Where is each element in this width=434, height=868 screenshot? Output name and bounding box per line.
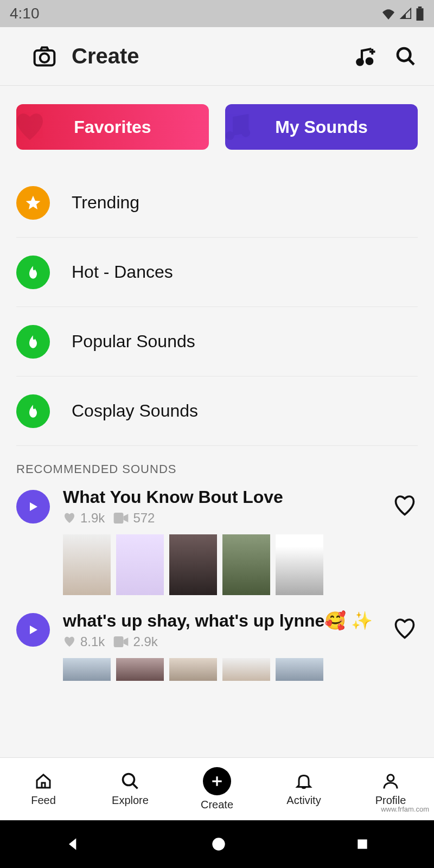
likes-count: 1.9k [80, 510, 105, 526]
svg-point-5 [367, 58, 373, 64]
tab-mysounds[interactable]: My Sounds [225, 104, 418, 150]
video-icon [113, 636, 129, 647]
svg-rect-9 [114, 513, 124, 524]
video-thumbnail[interactable] [169, 658, 217, 681]
nav-create[interactable]: Create [174, 758, 260, 820]
sound-stats: 1.9k 572 [63, 510, 379, 526]
category-popular-sounds[interactable]: Popular Sounds [16, 307, 418, 376]
nav-label: Explore [112, 794, 149, 807]
back-icon[interactable] [65, 835, 82, 853]
signal-icon [399, 8, 412, 20]
video-thumbnail[interactable] [222, 658, 270, 681]
category-cosplay-sounds[interactable]: Cosplay Sounds [16, 376, 418, 446]
home-icon [34, 771, 53, 791]
sound-stats: 8.1k 2.9k [63, 634, 379, 649]
recents-icon[interactable] [355, 837, 369, 851]
svg-rect-0 [417, 8, 424, 21]
nav-label: Create [201, 799, 233, 811]
search-icon[interactable] [394, 44, 418, 68]
tabs-row: Favorites My Sounds [0, 86, 434, 168]
watermark: www.frfam.com [379, 805, 431, 814]
plus-icon [203, 767, 231, 795]
bell-icon [294, 771, 314, 791]
svg-point-6 [398, 48, 410, 61]
wifi-icon [381, 8, 396, 20]
play-button[interactable] [16, 490, 50, 524]
sound-card: What You Know Bout Love 1.9k 572 [0, 487, 434, 610]
nav-label: Activity [286, 794, 321, 807]
nav-label: Feed [31, 794, 56, 807]
heart-icon [63, 635, 76, 648]
sound-card: what's up shay, what's up lynne🥰 ✨ 8.1k … [0, 610, 434, 696]
home-circle-icon[interactable] [211, 837, 226, 852]
svg-rect-1 [418, 7, 422, 8]
videos-count: 2.9k [133, 634, 157, 649]
category-label: Trending [72, 193, 139, 213]
videos-count: 572 [133, 510, 155, 526]
svg-point-13 [212, 838, 225, 850]
category-hot-dances[interactable]: Hot - Dances [16, 238, 418, 307]
status-bar: 4:10 [0, 0, 434, 27]
nav-explore[interactable]: Explore [87, 758, 174, 820]
sound-title: What You Know Bout Love [63, 487, 379, 507]
music-icon [225, 110, 254, 144]
svg-point-3 [40, 53, 49, 62]
section-title: RECOMMENDED SOUNDS [0, 446, 434, 487]
svg-rect-14 [358, 839, 367, 848]
app-header: Create [0, 27, 434, 86]
favorite-button[interactable] [392, 617, 418, 643]
video-thumbnail[interactable] [116, 658, 164, 681]
system-nav-bar [0, 820, 434, 868]
bottom-nav: Feed Explore Create Activity Profile [0, 757, 434, 820]
svg-point-11 [123, 774, 135, 786]
thumbnail-row [63, 534, 418, 595]
heart-icon [63, 512, 76, 525]
person-icon [381, 771, 400, 791]
category-label: Hot - Dances [72, 262, 173, 282]
svg-point-12 [387, 775, 394, 781]
category-label: Cosplay Sounds [72, 401, 198, 421]
flame-icon [16, 394, 50, 428]
likes-count: 8.1k [80, 634, 105, 649]
video-thumbnail[interactable] [169, 534, 217, 595]
video-thumbnail[interactable] [63, 658, 111, 681]
tab-favorites[interactable]: Favorites [16, 104, 209, 150]
nav-feed[interactable]: Feed [0, 758, 87, 820]
svg-rect-10 [114, 636, 124, 647]
video-thumbnail[interactable] [222, 534, 270, 595]
tab-mysounds-label: My Sounds [275, 117, 368, 137]
category-list: Trending Hot - Dances Popular Sounds Cos… [0, 168, 434, 446]
video-thumbnail[interactable] [63, 534, 111, 595]
sound-title: what's up shay, what's up lynne🥰 ✨ [63, 610, 379, 631]
tab-favorites-label: Favorites [74, 117, 151, 137]
play-button[interactable] [16, 613, 50, 647]
search-icon [120, 771, 140, 791]
flame-icon [16, 325, 50, 359]
battery-icon [416, 7, 424, 21]
video-icon [113, 513, 129, 524]
star-icon [16, 186, 50, 220]
camera-icon[interactable] [33, 44, 56, 68]
thumbnail-row [63, 658, 418, 681]
page-title: Create [72, 44, 337, 68]
status-time: 4:10 [10, 5, 40, 22]
heart-icon [16, 110, 49, 144]
flame-icon [16, 256, 50, 289]
video-thumbnail[interactable] [276, 534, 323, 595]
svg-point-4 [357, 59, 363, 65]
video-thumbnail[interactable] [276, 658, 323, 681]
category-trending[interactable]: Trending [16, 168, 418, 238]
nav-activity[interactable]: Activity [260, 758, 347, 820]
category-label: Popular Sounds [72, 331, 195, 352]
svg-point-7 [226, 131, 234, 140]
video-thumbnail[interactable] [116, 534, 164, 595]
svg-point-8 [241, 129, 250, 137]
music-add-icon[interactable] [354, 44, 378, 68]
favorite-button[interactable] [392, 494, 418, 520]
status-icons [381, 7, 424, 21]
